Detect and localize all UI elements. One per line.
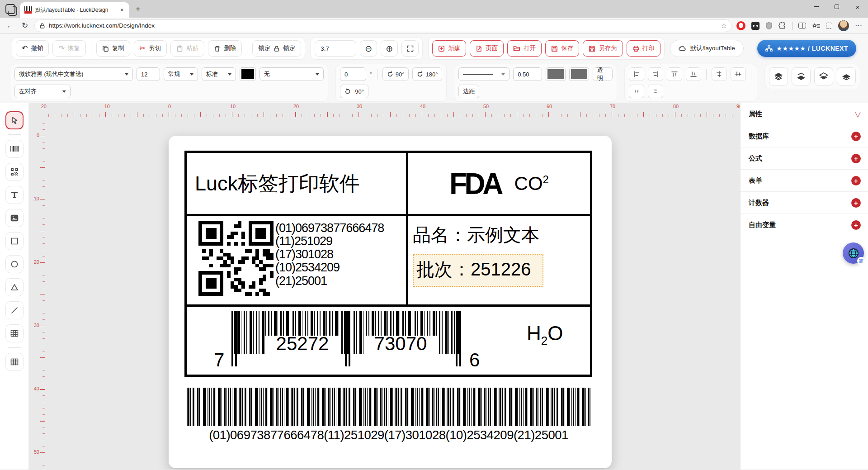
extensions-puzzle-icon[interactable] bbox=[778, 22, 786, 29]
maximize-button[interactable] bbox=[826, 0, 847, 14]
panel-row-counter[interactable]: 计数器 + bbox=[741, 192, 868, 214]
page-button[interactable]: 页面 bbox=[470, 40, 504, 57]
label-table[interactable]: Luck标签打印软件 FDA CO2 (01)06973877666478 bbox=[184, 151, 592, 377]
screenshot-icon[interactable] bbox=[826, 23, 832, 29]
align-vcenter-button[interactable] bbox=[731, 67, 746, 81]
send-to-back-button[interactable] bbox=[792, 67, 811, 85]
new-button[interactable]: 新建 bbox=[432, 40, 466, 57]
address-bar[interactable]: https://work.lucknext.com/Design/Index ☆ bbox=[34, 19, 732, 32]
new-tab-button[interactable]: + bbox=[136, 5, 141, 14]
distribute-v-button[interactable] bbox=[648, 85, 663, 98]
minimize-button[interactable] bbox=[806, 0, 826, 14]
gs1-barcode-text[interactable]: (01)06973877666478(11)251029(17)301028(1… bbox=[178, 428, 599, 442]
zoom-in-button[interactable]: ⊕ bbox=[381, 40, 398, 57]
bookmark-star-icon[interactable]: ☆ bbox=[721, 22, 727, 30]
workspaces-icon[interactable] bbox=[5, 4, 15, 14]
transparent-button[interactable]: 透明 bbox=[593, 67, 613, 81]
distribute-h-button[interactable] bbox=[629, 85, 644, 98]
refresh-icon[interactable]: ↻ bbox=[20, 21, 30, 30]
qr-code[interactable] bbox=[198, 221, 274, 304]
panel-row-form[interactable]: 表单 + bbox=[741, 170, 868, 192]
print-button[interactable]: 打印 bbox=[627, 40, 660, 57]
bring-forward-button[interactable] bbox=[814, 67, 833, 85]
ellipse-tool[interactable] bbox=[5, 255, 24, 273]
product-name-text[interactable]: 品名：示例文本 bbox=[413, 223, 584, 247]
delete-button[interactable]: 删除 bbox=[208, 40, 242, 57]
panel-row-properties[interactable]: 属性 ▽ bbox=[741, 103, 868, 125]
line-tool[interactable] bbox=[5, 301, 24, 319]
canvas-workspace[interactable]: -20 -10 0 10 20 30 40 50 60 70 80 90 0 1… bbox=[29, 103, 740, 470]
fda-cell[interactable]: FDA CO2 bbox=[408, 153, 590, 214]
panel-row-database[interactable]: 数据库 + bbox=[741, 125, 868, 147]
upc-barcode-cell[interactable]: 25272 73070 7 6 H2O bbox=[187, 307, 590, 375]
text-tool[interactable] bbox=[5, 186, 24, 204]
layout-selector[interactable]: 默认/layoutTable bbox=[670, 40, 744, 57]
fda-logo[interactable]: FDA bbox=[449, 166, 501, 201]
open-button[interactable]: 打开 bbox=[507, 40, 542, 57]
align-top-button[interactable] bbox=[667, 67, 682, 81]
collapse-triangle-icon[interactable]: ▽ bbox=[855, 109, 861, 119]
lock-button-group[interactable]: 锁定 锁定 bbox=[252, 40, 301, 57]
batch-text-selected[interactable]: 批次：251226 bbox=[413, 254, 543, 287]
profile-avatar[interactable] bbox=[838, 20, 849, 31]
stroke-color-swatch[interactable] bbox=[546, 67, 566, 81]
adblock-icon[interactable] bbox=[736, 21, 745, 30]
co2-text[interactable]: CO2 bbox=[514, 173, 549, 195]
add-counter-button[interactable]: + bbox=[851, 198, 861, 208]
align-left-button[interactable] bbox=[629, 67, 644, 81]
font-style-select[interactable]: 标准 bbox=[202, 67, 236, 81]
zoom-out-button[interactable]: ⊖ bbox=[360, 40, 377, 57]
triangle-tool[interactable] bbox=[5, 278, 24, 296]
add-form-button[interactable]: + bbox=[851, 176, 861, 185]
back-icon[interactable]: ← bbox=[5, 21, 15, 30]
line-width-input[interactable]: 0.50 bbox=[513, 67, 542, 81]
font-color-swatch[interactable] bbox=[240, 67, 256, 81]
h2o-text[interactable]: H2O bbox=[527, 322, 563, 348]
gs1-128-barcode[interactable] bbox=[187, 388, 590, 426]
rectangle-tool[interactable] bbox=[5, 232, 24, 250]
add-free-variable-button[interactable]: + bbox=[851, 220, 861, 230]
select-tool[interactable] bbox=[5, 111, 24, 129]
send-backward-button[interactable] bbox=[837, 67, 856, 85]
extension-dark-icon[interactable] bbox=[751, 22, 760, 30]
undo-button[interactable]: ↶ 撤销 bbox=[16, 40, 49, 57]
align-right-button[interactable] bbox=[648, 67, 663, 81]
font-weight-select[interactable]: 常规 bbox=[164, 67, 198, 81]
table-tool[interactable] bbox=[5, 353, 24, 371]
qrcode-tool[interactable] bbox=[5, 163, 24, 181]
fill-color-swatch[interactable] bbox=[569, 67, 589, 81]
save-button[interactable]: 保存 bbox=[545, 40, 579, 57]
font-size-input[interactable]: 12 bbox=[137, 67, 160, 81]
align-bottom-button[interactable] bbox=[686, 67, 701, 81]
panel-row-free-variable[interactable]: 自由变量 + bbox=[741, 214, 868, 236]
paste-button[interactable]: 粘贴 bbox=[170, 40, 204, 57]
fit-screen-button[interactable] bbox=[401, 40, 419, 57]
zoom-scale-input[interactable]: 3.7 bbox=[315, 40, 356, 57]
rotate-90-button[interactable]: 90° bbox=[382, 67, 409, 81]
font-family-select[interactable]: 微软雅黑 (现代中文首选) bbox=[14, 67, 133, 81]
save-as-button[interactable]: 另存为 bbox=[583, 40, 623, 57]
image-tool[interactable] bbox=[5, 209, 24, 227]
text-align-select[interactable]: 左对齐 bbox=[14, 85, 71, 98]
translate-widget-button[interactable]: 简 bbox=[843, 242, 864, 264]
fill-select[interactable]: 无 bbox=[259, 67, 324, 81]
label-title-cell[interactable]: Luck标签打印软件 bbox=[187, 153, 408, 214]
label-canvas[interactable]: Luck标签打印软件 FDA CO2 (01)06973877666478 bbox=[169, 136, 612, 468]
qr-cell[interactable]: (01)06973877666478 (11)251029 (17)301028… bbox=[187, 216, 408, 304]
favorites-bar-icon[interactable] bbox=[812, 22, 820, 29]
brand-button[interactable]: ★★★★★ / LUCKNEXT bbox=[757, 40, 856, 57]
tab-close-icon[interactable]: × bbox=[118, 6, 126, 14]
qr-data-text[interactable]: (01)06973877666478 (11)251029 (17)301028… bbox=[274, 221, 384, 304]
barcode-tool[interactable] bbox=[5, 140, 24, 158]
close-window-button[interactable]: × bbox=[847, 0, 868, 14]
browser-menu-icon[interactable]: ⋯ bbox=[855, 21, 863, 30]
rotate-neg90-button[interactable]: -90° bbox=[340, 85, 368, 98]
bring-to-front-button[interactable] bbox=[769, 67, 788, 85]
margin-button[interactable]: 边距 bbox=[458, 85, 479, 98]
align-hcenter-button[interactable] bbox=[712, 67, 727, 81]
copy-button[interactable]: 复制 bbox=[96, 40, 130, 57]
rotation-input[interactable]: 0 bbox=[340, 67, 366, 81]
add-formula-button[interactable]: + bbox=[851, 154, 861, 163]
info-cell[interactable]: 品名：示例文本 批次：251226 bbox=[408, 216, 590, 304]
url-text[interactable]: https://work.lucknext.com/Design/Index bbox=[49, 22, 717, 29]
